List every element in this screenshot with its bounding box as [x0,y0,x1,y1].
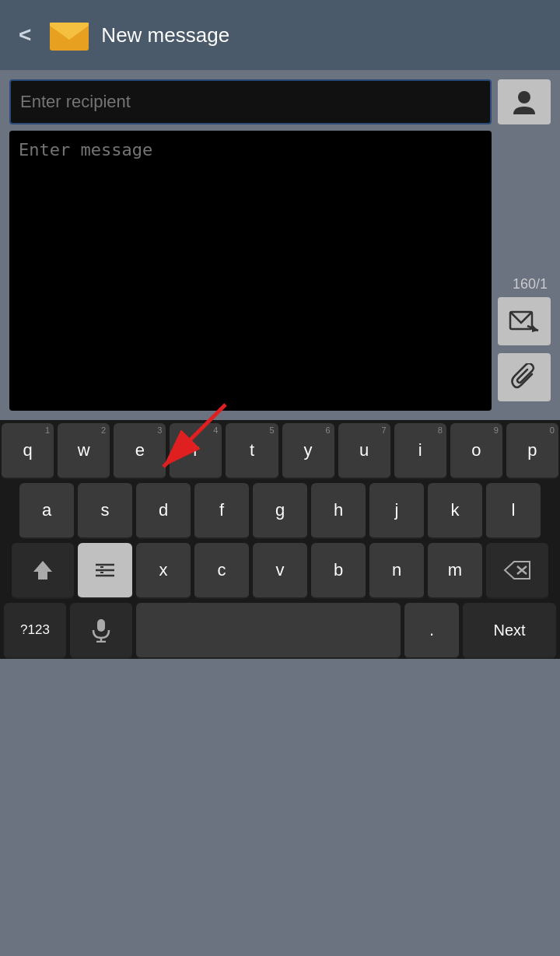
special-icon [94,562,116,579]
key-p[interactable]: 0p [506,423,558,479]
key-a[interactable]: a [19,483,74,539]
mic-key[interactable] [70,603,132,659]
key-n[interactable]: n [369,543,424,599]
period-key[interactable]: . [404,603,459,659]
key-g[interactable]: g [253,483,307,539]
key-x[interactable]: x [136,543,191,599]
space-key[interactable] [136,603,401,659]
person-icon [510,88,538,116]
svg-rect-16 [97,619,105,632]
send-icon [509,309,540,334]
recipient-row [9,79,551,124]
char-count: 160/1 [498,276,548,292]
contacts-button[interactable] [498,79,551,124]
key-j[interactable]: j [369,483,424,539]
shift-icon [32,559,54,581]
key-m[interactable]: m [428,543,482,599]
attachment-button[interactable] [498,353,551,401]
special-key-highlighted[interactable] [78,543,132,599]
mic-icon [90,618,112,643]
message-row: 160/1 [9,131,551,411]
compose-area: 160/1 [0,70,560,420]
key-f[interactable]: f [194,483,249,539]
backspace-icon [503,560,531,580]
key-o[interactable]: 9o [450,423,502,479]
key-q[interactable]: 1q [2,423,54,479]
svg-marker-8 [33,561,52,580]
key-w[interactable]: 2w [58,423,110,479]
numbers-key[interactable]: ?123 [4,603,66,659]
send-button[interactable] [498,297,551,345]
key-r[interactable]: 4r [170,423,222,479]
paperclip-icon [510,363,538,391]
key-b[interactable]: b [311,543,366,599]
message-input[interactable] [9,131,492,411]
recipient-input[interactable] [9,79,492,124]
key-v[interactable]: v [253,543,307,599]
keyboard-row-1: 1q 2w 3e 4r 5t 6y 7u 8i 9o 0p [2,423,558,479]
key-l[interactable]: l [486,483,541,539]
key-s[interactable]: s [78,483,132,539]
keyboard: 1q 2w 3e 4r 5t 6y 7u 8i 9o 0p a s d f g … [0,420,560,659]
mail-icon [50,19,89,51]
key-d[interactable]: d [136,483,191,539]
message-side-actions: 160/1 [498,131,551,411]
page-title: New message [101,23,229,47]
key-e[interactable]: 3e [114,423,166,479]
key-c[interactable]: c [194,543,249,599]
keyboard-row-2: a s d f g h j k l [2,483,558,539]
header: < New message [0,0,560,70]
key-h[interactable]: h [311,483,366,539]
svg-point-3 [518,91,530,103]
keyboard-row-3: x c v b n m [2,543,558,599]
next-key[interactable]: Next [463,603,556,659]
key-i[interactable]: 8i [394,423,446,479]
key-t[interactable]: 5t [226,423,278,479]
key-u[interactable]: 7u [338,423,390,479]
backspace-key[interactable] [486,543,548,599]
key-y[interactable]: 6y [282,423,334,479]
keyboard-row-4: ?123 . Next [2,603,558,659]
key-k[interactable]: k [428,483,482,539]
back-button[interactable]: < [12,19,37,51]
shift-key[interactable] [12,543,74,599]
